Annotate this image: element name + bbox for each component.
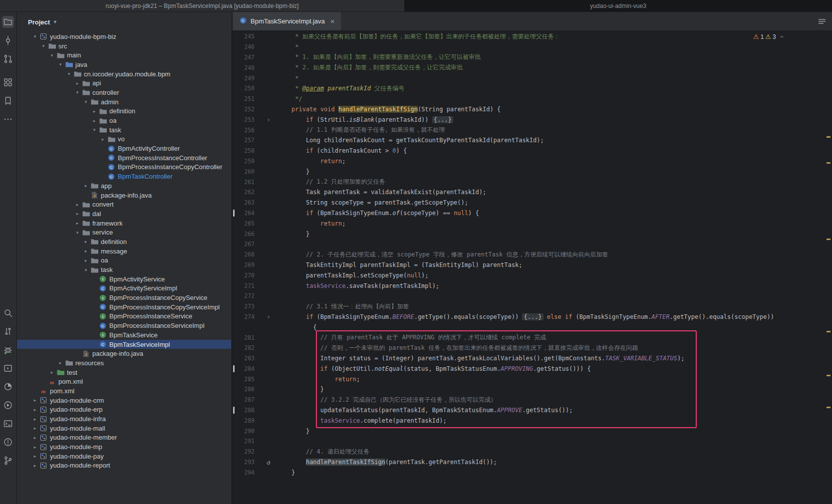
code-text[interactable]: if (BpmTaskSignTypeEnum.BEFORE.getType()… — [291, 313, 774, 320]
line-number[interactable]: 294 — [232, 469, 255, 476]
line-number[interactable]: 245 — [232, 33, 255, 40]
warning-stripe-mark[interactable] — [827, 331, 831, 332]
tree-item-java[interactable]: ▾java — [17, 60, 231, 69]
tree-item-yudao-module-member[interactable]: ▸yudao-module-member — [17, 433, 231, 443]
tree-item-yudao-module-mall[interactable]: ▸yudao-module-mall — [17, 424, 231, 433]
chevron-up-icon[interactable]: › — [777, 35, 785, 37]
code-line-286[interactable]: 286 } — [232, 384, 832, 395]
fold-arrow-icon[interactable]: › — [255, 116, 282, 123]
code-text[interactable]: updateTaskStatus(parentTaskId, BpmTaskSt… — [291, 407, 573, 414]
code-line-256[interactable]: 256 // 1.1 判断是否还有子任务。如果没有，就不处理 — [232, 125, 832, 135]
line-number[interactable]: 249 — [232, 75, 255, 82]
tree-item-bpmprocessinstancecontroller[interactable]: CBpmProcessInstanceController — [17, 153, 231, 163]
chevron-expanded-icon[interactable]: ▾ — [82, 99, 90, 104]
code-text[interactable]: } — [291, 386, 324, 393]
line-number[interactable]: 291 — [232, 438, 255, 445]
tree-item-pom-xml[interactable]: mpom.xml — [17, 377, 231, 386]
code-line-257[interactable]: 257 Long childrenTaskCount = getTaskCoun… — [232, 135, 832, 146]
code-text[interactable]: * — [291, 43, 298, 50]
line-number[interactable]: 292 — [232, 448, 255, 455]
code-text[interactable]: * 1. 如果是【向前】加签，则需要重新激活父任务，让它可以被审批 — [291, 53, 481, 61]
code-line-292[interactable]: 292 // 4. 递归处理父任务 — [232, 447, 832, 457]
bookmarks-icon[interactable] — [2, 95, 14, 107]
chevron-expanded-icon[interactable]: ▾ — [39, 43, 47, 48]
code-line-246[interactable]: 246 * — [232, 42, 832, 52]
chevron-collapsed-icon[interactable]: ▸ — [73, 81, 81, 86]
line-number[interactable]: 264 — [232, 210, 255, 217]
tree-item-pom-xml[interactable]: mpom.xml — [17, 386, 231, 396]
code-line-285[interactable]: 285 return; — [232, 374, 832, 384]
code-line-287[interactable]: 287 // 3.2.2 完成自己（因为它已经没有子任务，所以也可以完成） — [232, 395, 832, 405]
chevron-collapsed-icon[interactable]: ▸ — [31, 398, 39, 403]
line-number[interactable]: 248 — [232, 64, 255, 71]
code-line-284[interactable]: 284 if (ObjectUtil.notEqual(status, BpmT… — [232, 364, 832, 374]
tree-item-vo[interactable]: ▸vo — [17, 135, 231, 144]
code-text[interactable]: return; — [291, 376, 360, 383]
tree-item-bpmprocessinstanceserviceimpl[interactable]: CBpmProcessInstanceServiceImpl — [17, 321, 231, 330]
line-number[interactable]: 262 — [232, 189, 255, 196]
code-text[interactable]: return; — [291, 158, 345, 165]
line-number[interactable]: 250 — [232, 85, 255, 92]
structure-icon[interactable] — [2, 76, 14, 88]
line-number[interactable]: 246 — [232, 43, 255, 50]
tree-item-src[interactable]: ▾src — [17, 41, 231, 51]
tree-item-yudao-module-pay[interactable]: ▸yudao-module-pay — [17, 452, 231, 461]
tree-item-yudao-module-crm[interactable]: ▸yudao-module-crm — [17, 396, 231, 405]
tree-item-yudao-module-erp[interactable]: ▸yudao-module-erp — [17, 405, 231, 415]
line-number[interactable]: 256 — [232, 127, 255, 134]
run-icon[interactable] — [2, 399, 14, 411]
chevron-collapsed-icon[interactable]: ▸ — [31, 407, 39, 412]
code-line-289[interactable]: 289 taskService.complete(parentTaskId); — [232, 415, 832, 426]
inspections-widget[interactable]: ⚠ 1 ⚠ 3 › — [753, 33, 782, 40]
code-line-265[interactable]: 265 return; — [232, 218, 832, 229]
line-number[interactable]: 274 — [232, 313, 255, 320]
line-number[interactable]: 251 — [232, 95, 255, 102]
chevron-collapsed-icon[interactable]: ▸ — [73, 211, 81, 216]
code-text[interactable]: // 4. 递归处理父任务 — [291, 448, 369, 456]
line-number[interactable]: 289 — [232, 417, 255, 424]
tree-item-message[interactable]: ▸message — [17, 247, 231, 256]
line-number[interactable]: 286 — [232, 386, 255, 393]
tree-item-framework[interactable]: ▸framework — [17, 219, 231, 228]
line-number[interactable]: 257 — [232, 137, 255, 144]
code-text[interactable]: Integer status = (Integer) parentTask.ge… — [291, 355, 685, 362]
code-line-258[interactable]: 258 if (childrenTaskCount > 0) { — [232, 146, 832, 156]
code-text[interactable]: // 否则，一个未审批的 parentTask 任务，在加签出来的任务都被减签的… — [291, 344, 638, 352]
code-line-wrap[interactable]: { — [232, 322, 832, 332]
line-number[interactable]: 263 — [232, 199, 255, 206]
chevron-collapsed-icon[interactable]: ▸ — [82, 249, 90, 253]
pull-requests-icon[interactable] — [2, 53, 14, 65]
line-number[interactable]: 284 — [232, 365, 255, 372]
line-number[interactable]: 282 — [232, 344, 255, 351]
tree-item-bpmprocessinstanceservice[interactable]: IBpmProcessInstanceService — [17, 312, 231, 321]
code-line-274[interactable]: 274› if (BpmTaskSignTypeEnum.BEFORE.getT… — [232, 312, 832, 322]
code-text[interactable]: taskService.saveTask(parentTaskImpl); — [291, 282, 439, 289]
line-number[interactable]: 253 — [232, 116, 255, 123]
line-number[interactable]: 287 — [232, 396, 255, 403]
chevron-expanded-icon[interactable]: ▾ — [31, 34, 39, 39]
code-text[interactable]: } — [291, 168, 309, 175]
tree-item-yudao-module-mp[interactable]: ▸yudao-module-mp — [17, 442, 231, 452]
tree-item-controller[interactable]: ▾controller — [17, 88, 231, 97]
line-number[interactable]: 247 — [232, 54, 255, 61]
code-line-263[interactable]: 263 String scopeType = parentTask.getSco… — [232, 198, 832, 208]
tree-item-package-info-java[interactable]: Jpackage-info.java — [17, 349, 231, 358]
terminal-icon[interactable] — [2, 418, 14, 430]
chevron-expanded-icon[interactable]: ▾ — [73, 230, 81, 235]
chevron-collapsed-icon[interactable]: ▸ — [90, 118, 98, 123]
code-text[interactable]: if (childrenTaskCount > 0) { — [291, 147, 407, 154]
code-text[interactable]: * @param parentTaskId 父任务编号 — [291, 84, 404, 93]
code-text[interactable]: TaskEntityImpl parentTaskImpl = (TaskEnt… — [291, 261, 522, 268]
line-number[interactable]: 265 — [232, 220, 255, 227]
tree-item-bpmprocessinstancecopyservice[interactable]: IBpmProcessInstanceCopyService — [17, 293, 231, 302]
code-line-262[interactable]: 262 Task parentTask = validateTaskExist(… — [232, 187, 832, 198]
code-text[interactable]: } — [291, 231, 309, 238]
code-text[interactable]: // 3.2.2 完成自己（因为它已经没有子任务，所以也可以完成） — [291, 396, 497, 404]
tree-item-bpmtaskserviceimpl[interactable]: CBpmTaskServiceImpl — [17, 340, 231, 349]
tree-item-convert[interactable]: ▸convert — [17, 200, 231, 209]
line-number[interactable]: 288 — [232, 407, 255, 414]
tree-item-admin[interactable]: ▾admin — [17, 97, 231, 107]
tree-item-task[interactable]: ▾task — [17, 125, 231, 135]
code-line-281[interactable]: 281 // 只有 parentTask 处于 APPROVING 的情况下，才… — [232, 332, 832, 343]
code-text[interactable]: } — [291, 469, 295, 476]
